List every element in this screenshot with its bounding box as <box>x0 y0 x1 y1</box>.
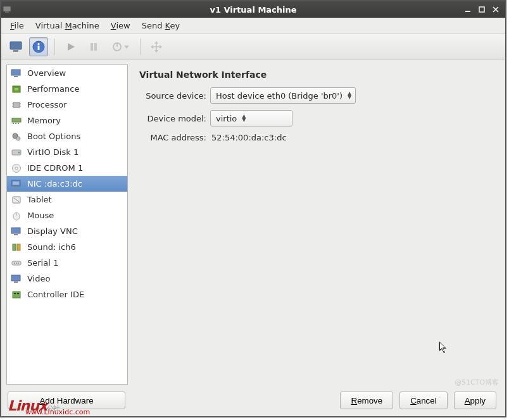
sidebar-item-label: Sound: ich6 <box>27 242 76 252</box>
display-icon <box>11 226 22 237</box>
sidebar-item-label: Boot Options <box>27 132 80 141</box>
svg-rect-33 <box>13 123 14 124</box>
menubar: FileVirtual MachineViewSend Key <box>1 18 505 34</box>
sidebar-item-memory[interactable]: Memory <box>7 113 127 128</box>
run-button[interactable] <box>61 37 80 56</box>
svg-rect-10 <box>38 46 40 50</box>
chevron-updown-icon: ▲▼ <box>348 92 351 99</box>
svg-rect-7 <box>13 50 18 52</box>
svg-point-9 <box>37 42 39 44</box>
minimize-button[interactable] <box>462 4 474 15</box>
controller-icon <box>11 290 22 300</box>
close-button[interactable] <box>490 4 501 15</box>
section-title: Virtual Network Interface <box>139 70 493 80</box>
svg-rect-58 <box>14 281 18 283</box>
maximize-button[interactable] <box>476 4 487 15</box>
footer: Add Hardware Remove Cancel Apply <box>1 385 505 416</box>
svg-point-37 <box>16 137 20 140</box>
mac-address-value: 52:54:00:da:c3:dc <box>210 133 287 142</box>
sidebar-item-label: Overview <box>27 68 66 78</box>
sidebar-item-label: Serial 1 <box>27 258 58 268</box>
app-window: v1 Virtual Machine FileVirtual MachineVi… <box>0 0 506 417</box>
menu-send-key[interactable]: Send Key <box>137 19 185 32</box>
sidebar-item-label: Video <box>27 274 50 283</box>
sidebar-item-label: Display VNC <box>27 226 78 236</box>
svg-point-41 <box>15 167 18 170</box>
remove-button[interactable]: Remove <box>340 392 393 409</box>
sidebar: OverviewPerformanceProcessorMemoryBoot O… <box>6 65 128 385</box>
svg-rect-12 <box>91 43 93 51</box>
sidebar-item-mouse[interactable]: Mouse <box>7 207 127 223</box>
fullscreen-button[interactable] <box>147 37 166 56</box>
cpu-icon <box>11 100 22 110</box>
svg-rect-13 <box>94 43 97 51</box>
svg-marker-11 <box>68 43 75 51</box>
svg-marker-19 <box>151 45 153 49</box>
toolbar-separator <box>54 39 55 55</box>
details-button[interactable] <box>29 37 48 56</box>
sidebar-item-overview[interactable]: Overview <box>7 65 127 81</box>
sidebar-item-label: Memory <box>27 116 61 125</box>
sidebar-item-label: NIC :da:c3:dc <box>27 179 82 188</box>
sidebar-item-display-vnc[interactable]: Display VNC <box>7 223 127 239</box>
svg-rect-50 <box>14 234 18 235</box>
source-device-combo[interactable]: Host device eth0 (Bridge 'br0') ▲▼ <box>210 87 356 104</box>
source-device-value: Host device eth0 (Bridge 'br0') <box>216 91 342 101</box>
chip-green-icon <box>11 84 22 94</box>
svg-rect-44 <box>13 182 19 185</box>
sidebar-item-boot-options[interactable]: Boot Options <box>7 128 127 144</box>
menu-virtual-machine[interactable]: Virtual Machine <box>30 19 104 32</box>
source-device-label: Source device: <box>139 91 210 101</box>
window-title: v1 Virtual Machine <box>1 5 505 15</box>
chevron-updown-icon: ▲▼ <box>242 114 246 122</box>
pause-button[interactable] <box>84 37 103 56</box>
svg-rect-0 <box>3 6 11 11</box>
nic-icon <box>11 179 22 189</box>
sidebar-item-sound-ich6[interactable]: Sound: ich6 <box>7 239 127 255</box>
sound-icon <box>11 242 22 252</box>
sidebar-item-nic-da-c3-dc[interactable]: NIC :da:c3:dc <box>7 176 127 192</box>
gears-icon <box>11 132 22 142</box>
sidebar-item-label: Tablet <box>27 195 52 204</box>
sidebar-item-label: Controller IDE <box>27 290 84 299</box>
sidebar-item-controller-ide[interactable]: Controller IDE <box>7 287 127 302</box>
menu-view[interactable]: View <box>106 19 135 32</box>
shutdown-button[interactable] <box>107 37 134 56</box>
sidebar-item-ide-cdrom-1[interactable]: IDE CDROM 1 <box>7 160 127 176</box>
app-logo-icon <box>1 1 13 18</box>
svg-rect-32 <box>12 118 21 122</box>
device-model-combo[interactable]: virtio ▲▼ <box>210 110 292 127</box>
device-model-value: virtio <box>216 114 237 123</box>
svg-point-56 <box>18 262 19 264</box>
apply-button[interactable]: Apply <box>454 392 496 409</box>
cancel-button[interactable]: Cancel <box>399 392 448 409</box>
sidebar-item-performance[interactable]: Performance <box>7 81 127 97</box>
svg-rect-57 <box>11 275 20 281</box>
svg-rect-24 <box>14 76 18 77</box>
toolbar-separator-2 <box>140 39 141 55</box>
sidebar-item-virtio-disk-1[interactable]: VirtIO Disk 1 <box>7 144 127 160</box>
svg-rect-35 <box>18 123 19 124</box>
svg-rect-26 <box>15 88 18 90</box>
console-button[interactable] <box>6 37 25 56</box>
add-hardware-button[interactable]: Add Hardware <box>8 392 125 409</box>
svg-marker-22 <box>154 50 158 52</box>
sidebar-item-serial-1[interactable]: Serial 1 <box>7 255 127 271</box>
tablet-icon <box>11 195 22 205</box>
svg-rect-59 <box>13 292 20 298</box>
sidebar-item-processor[interactable]: Processor <box>7 97 127 113</box>
device-model-label: Device model: <box>139 114 210 123</box>
mouse-icon <box>11 211 22 221</box>
svg-rect-61 <box>17 293 19 294</box>
menu-file[interactable]: File <box>5 19 29 32</box>
sidebar-item-video[interactable]: Video <box>7 271 127 287</box>
sidebar-item-label: Mouse <box>27 211 54 220</box>
svg-marker-16 <box>124 46 129 49</box>
monitor-icon <box>11 68 22 78</box>
mac-address-label: MAC address: <box>139 133 210 142</box>
svg-rect-23 <box>11 70 20 75</box>
sidebar-item-tablet[interactable]: Tablet <box>7 192 127 207</box>
svg-rect-52 <box>17 244 20 250</box>
svg-marker-21 <box>154 41 158 44</box>
sidebar-item-label: Performance <box>27 84 79 94</box>
